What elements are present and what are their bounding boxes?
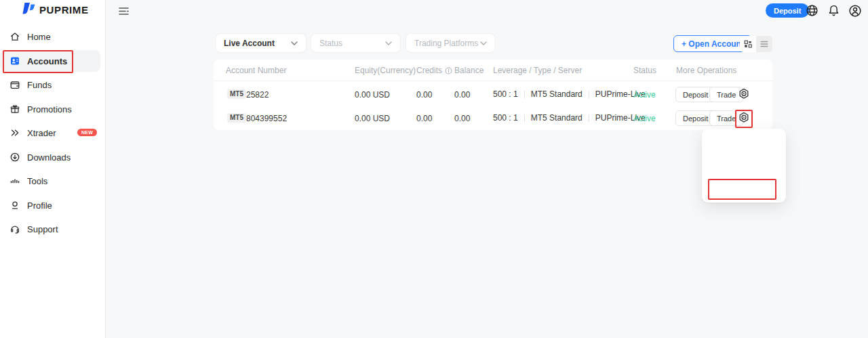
col-header-leverage: Leverage / Type / Server [493, 66, 582, 75]
sidebar-item-accounts[interactable]: Accounts [9, 53, 67, 69]
sidebar-item-promotions[interactable]: Promotions [9, 101, 72, 117]
credits-value: 0.00 [416, 114, 432, 123]
status-placeholder: Status [319, 39, 342, 48]
brand-name: PUPRIME [39, 4, 89, 16]
account-type-value: MT5 Standard [531, 89, 583, 99]
status-badge: Active [633, 114, 656, 123]
sidebar-item-xtrader[interactable]: Xtrader [9, 125, 56, 141]
home-icon [9, 31, 20, 42]
col-header-equity: Equity(Currency) [355, 66, 416, 75]
user-menu-button[interactable] [848, 4, 861, 17]
sidebar-toggle-button[interactable] [118, 5, 130, 17]
list-view-icon [760, 39, 769, 49]
col-header-credits: Credits [416, 66, 452, 75]
chevron-down-icon [291, 41, 298, 45]
user-avatar-icon [848, 4, 862, 18]
sidebar-item-label: Support [27, 224, 58, 234]
bell-icon [827, 4, 840, 17]
sidebar-item-tools[interactable]: Tools [9, 173, 47, 189]
sidebar-item-label: Tools [27, 176, 47, 186]
download-icon [9, 152, 20, 163]
deposit-button[interactable]: Deposit [766, 3, 809, 18]
sidebar-item-label: Promotions [27, 104, 72, 114]
leverage-value: 500 : 1 [493, 89, 518, 99]
row-settings-button-open[interactable] [737, 111, 751, 125]
sidebar-item-downloads[interactable]: Downloads [9, 149, 71, 165]
account-number: 804399552 [246, 114, 287, 123]
sidebar-item-profile[interactable]: Profile [9, 197, 52, 213]
account-type-value: MT5 Standard [531, 113, 583, 123]
grid-view-button[interactable] [740, 36, 756, 52]
profile-icon [9, 200, 20, 211]
leverage-type-server: 500 : 1 MT5 Standard PUPrime-Live [493, 89, 646, 99]
sidebar-item-label: Accounts [27, 56, 67, 66]
gear-icon [737, 111, 751, 125]
accounts-icon [9, 56, 20, 66]
headset-icon [9, 224, 20, 234]
trading-platforms-select[interactable]: Trading Platforms [406, 34, 495, 52]
info-icon[interactable] [445, 67, 452, 75]
platform-badge: MT5 [227, 89, 246, 99]
sidebar-item-label: Funds [27, 80, 52, 90]
chevron-down-icon [480, 41, 487, 45]
account-type-select[interactable]: Live Account [216, 34, 306, 52]
row-settings-button[interactable] [737, 87, 751, 101]
leverage-type-server: 500 : 1 MT5 Standard PUPrime-Live [493, 113, 646, 123]
sidebar: PUPRIME Home Accounts [0, 0, 106, 338]
settings-context-menu [702, 129, 786, 203]
puprime-logo-icon [22, 2, 36, 18]
new-badge: NEW [77, 129, 97, 136]
wallet-icon [9, 79, 20, 90]
grid-view-icon [743, 39, 753, 49]
sidebar-item-funds[interactable]: Funds [9, 77, 52, 93]
gear-icon [737, 87, 751, 101]
equity-value: 0.00 USD [355, 90, 390, 100]
leverage-value: 500 : 1 [493, 113, 518, 123]
separator [524, 114, 525, 122]
table-header-divider [214, 81, 772, 81]
account-number: 25822 [246, 90, 269, 100]
separator [589, 114, 589, 122]
credits-header-label: Credits [416, 66, 442, 75]
sidebar-item-home[interactable]: Home [9, 28, 51, 45]
separator [589, 91, 589, 98]
balance-value: 0.00 [454, 90, 470, 100]
col-header-account-number: Account Number [226, 66, 286, 75]
menu-collapse-icon [118, 5, 130, 17]
platform-badge: MT5 [227, 113, 246, 123]
credits-value: 0.00 [416, 90, 432, 100]
sidebar-item-support[interactable]: Support [9, 221, 58, 237]
brand-logo: PUPRIME [22, 2, 89, 18]
separator [524, 91, 525, 98]
double-chevron-icon [9, 127, 20, 138]
sidebar-item-label: Xtrader [27, 128, 56, 138]
sidebar-item-label: Downloads [27, 152, 71, 163]
notifications-button[interactable] [827, 4, 840, 17]
list-view-button[interactable] [756, 36, 772, 52]
balance-value: 0.00 [454, 114, 470, 123]
accounts-page: PUPRIME Home Accounts [0, 0, 868, 338]
equity-value: 0.00 USD [355, 114, 390, 123]
equalizer-icon [9, 175, 20, 186]
sidebar-item-label: Home [27, 32, 51, 42]
status-select[interactable]: Status [311, 34, 400, 52]
chevron-down-icon [385, 41, 392, 45]
col-header-status: Status [633, 66, 656, 75]
sidebar-item-label: Profile [27, 200, 52, 211]
view-toggle [740, 36, 772, 52]
status-badge: Active [633, 90, 656, 100]
gift-icon [9, 104, 20, 114]
col-header-balance: Balance [454, 66, 484, 75]
language-button[interactable] [806, 4, 818, 17]
account-type-value: Live Account [224, 39, 275, 48]
platforms-placeholder: Trading Platforms [414, 39, 478, 48]
col-header-operations: More Operations [676, 66, 736, 75]
globe-icon [806, 4, 818, 17]
